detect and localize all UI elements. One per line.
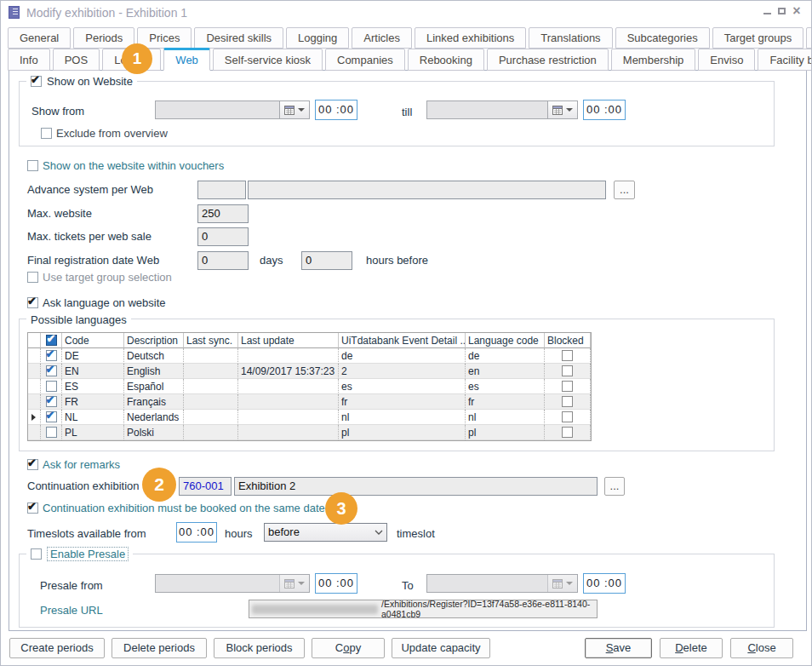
vouchers-checkbox[interactable]	[27, 160, 38, 171]
create-periods-button[interactable]: Create periods	[9, 638, 105, 658]
cell-description[interactable]: Español	[124, 379, 184, 394]
cell-blocked[interactable]	[545, 379, 591, 394]
blocked-checkbox[interactable]	[562, 365, 573, 376]
cell-uitdatabank-detail[interactable]: es	[339, 379, 466, 394]
show-from-date-value[interactable]	[156, 101, 279, 118]
delete-periods-button[interactable]: Delete periods	[112, 638, 207, 658]
language-select-cell[interactable]	[41, 394, 62, 410]
cell-code[interactable]: ES	[62, 379, 124, 394]
cell-blocked[interactable]	[545, 425, 591, 440]
tab-rebooking[interactable]: Rebooking	[408, 49, 484, 71]
close-button[interactable]: Close	[730, 638, 793, 658]
cell-last-sync[interactable]	[184, 379, 238, 394]
cell-last-update[interactable]	[238, 379, 339, 394]
column-header-code[interactable]: Code	[62, 333, 124, 348]
language-row-en[interactable]: ENEnglish14/09/2017 15:37:232en	[28, 364, 591, 379]
cell-language-code[interactable]: nl	[466, 410, 545, 425]
continuation-code-input[interactable]: 760-001	[179, 477, 232, 496]
language-select-cell[interactable]	[41, 348, 62, 364]
cell-last-update[interactable]	[238, 348, 339, 364]
advance-system-name-input[interactable]	[248, 181, 606, 199]
cell-last-sync[interactable]	[184, 364, 238, 379]
cell-description[interactable]: Polski	[124, 425, 184, 440]
language-select-checkbox[interactable]	[46, 411, 57, 422]
select-all-header-cell[interactable]	[41, 333, 62, 348]
tab-web[interactable]: Web	[163, 48, 210, 71]
show-till-calendar-button[interactable]	[547, 101, 577, 118]
column-header-uitdatabank-event-detail-[interactable]: UiTdatabank Event Detail ...	[339, 333, 466, 348]
tab-enviso[interactable]: Enviso	[698, 49, 755, 71]
cell-uitdatabank-detail[interactable]: fr	[339, 394, 466, 410]
tab-desired-skills[interactable]: Desired skills	[194, 27, 283, 49]
cell-blocked[interactable]	[545, 348, 591, 364]
tab-membership[interactable]: Membership	[611, 49, 696, 71]
update-capacity-button[interactable]: Update capacity	[392, 638, 490, 658]
final-registration-days-input[interactable]: 0	[197, 251, 249, 270]
tab-articles[interactable]: Articles	[352, 27, 412, 49]
tab-self-service-kiosk[interactable]: Self-service kiosk	[213, 49, 323, 71]
tab-facility-bookings[interactable]: Facility bookings	[758, 49, 812, 71]
advance-system-code-input[interactable]	[197, 181, 246, 199]
tab-translations[interactable]: Translations	[529, 27, 612, 49]
cell-last-update[interactable]	[238, 394, 339, 410]
language-select-cell[interactable]	[41, 364, 62, 379]
cell-uitdatabank-detail[interactable]: 2	[339, 364, 466, 379]
cell-language-code[interactable]: es	[466, 379, 545, 394]
show-on-website-checkbox[interactable]	[31, 76, 42, 87]
cell-last-sync[interactable]	[184, 348, 238, 364]
exclude-from-overview-checkbox[interactable]	[41, 128, 52, 139]
show-from-time-input[interactable]: 00 :00	[315, 100, 357, 120]
cell-code[interactable]: EN	[62, 364, 124, 379]
minimize-button[interactable]	[761, 4, 775, 18]
timeslots-relation-dropdown[interactable]: before	[264, 523, 387, 542]
language-row-nl[interactable]: NLNederlandsnlnl	[28, 410, 591, 425]
language-select-checkbox[interactable]	[46, 350, 57, 361]
cell-uitdatabank-detail[interactable]: pl	[339, 425, 466, 440]
blocked-checkbox[interactable]	[562, 411, 573, 422]
save-button[interactable]: Save	[585, 638, 652, 658]
cell-uitdatabank-detail[interactable]: nl	[339, 410, 466, 425]
language-row-pl[interactable]: PLPolskiplpl	[28, 425, 591, 440]
cell-language-code[interactable]: de	[466, 348, 545, 364]
cell-language-code[interactable]: fr	[466, 394, 545, 410]
maximize-button[interactable]	[775, 4, 789, 18]
blocked-checkbox[interactable]	[562, 427, 573, 438]
cell-blocked[interactable]	[545, 410, 591, 425]
cell-description[interactable]: English	[124, 364, 184, 379]
column-header-description[interactable]: Description	[124, 333, 184, 348]
continuation-name-input[interactable]: Exhibition 2	[234, 477, 598, 496]
select-all-checkbox[interactable]	[46, 335, 57, 346]
cell-code[interactable]: NL	[62, 410, 124, 425]
blocked-checkbox[interactable]	[562, 350, 573, 361]
cell-last-update[interactable]: 14/09/2017 15:37:23	[238, 364, 339, 379]
presale-to-date-picker[interactable]	[426, 574, 578, 593]
cell-last-sync[interactable]	[184, 410, 238, 425]
language-select-cell[interactable]	[41, 425, 62, 440]
show-till-date-value[interactable]	[427, 101, 547, 118]
language-select-cell[interactable]	[41, 410, 62, 425]
final-registration-hours-input[interactable]: 0	[301, 251, 352, 270]
cell-last-update[interactable]	[238, 425, 339, 440]
timeslots-time-input[interactable]: 00 :00	[176, 522, 217, 543]
cell-description[interactable]: Nederlands	[124, 410, 184, 425]
cell-uitdatabank-detail[interactable]: de	[339, 348, 466, 364]
tab-subcategories[interactable]: Subcategories	[615, 27, 710, 49]
cell-language-code[interactable]: pl	[466, 425, 545, 440]
show-till-time-input[interactable]: 00 :00	[583, 100, 626, 120]
block-periods-button[interactable]: Block periods	[214, 638, 305, 658]
language-select-checkbox[interactable]	[46, 396, 57, 407]
cell-blocked[interactable]	[545, 364, 591, 379]
tab-logging[interactable]: Logging	[286, 27, 349, 49]
cell-description[interactable]: Deutsch	[124, 348, 184, 364]
tab-companies[interactable]: Companies	[325, 49, 405, 71]
blocked-checkbox[interactable]	[562, 381, 573, 392]
max-tickets-input[interactable]: 0	[197, 227, 249, 246]
show-from-date-picker[interactable]	[155, 100, 310, 119]
show-from-calendar-button[interactable]	[279, 101, 309, 118]
blocked-checkbox[interactable]	[562, 396, 573, 407]
column-header-last-sync-[interactable]: Last sync.	[184, 333, 238, 348]
cell-code[interactable]: FR	[62, 394, 124, 410]
presale-from-time-input[interactable]: 00 :00	[315, 573, 357, 594]
cell-description[interactable]: Français	[124, 394, 184, 410]
language-row-fr[interactable]: FRFrançaisfrfr	[28, 394, 591, 410]
